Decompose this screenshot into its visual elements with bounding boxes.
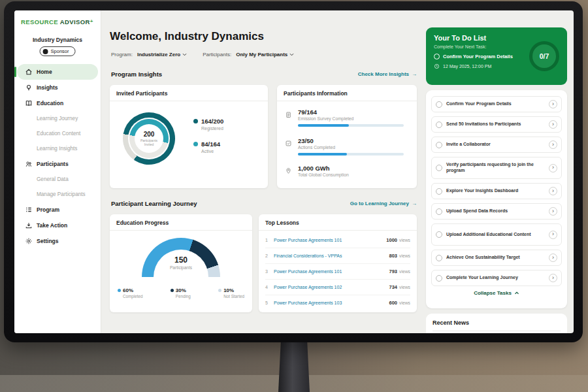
legend-completed: 60% Completed: [118, 287, 142, 299]
registered-dot: [193, 119, 198, 123]
sidebar-item-settings[interactable]: Settings: [17, 233, 98, 249]
sidebar-item-education[interactable]: Education: [17, 95, 98, 111]
donut-center-label: Participants Invited: [137, 139, 161, 147]
chevron-down-icon: [289, 53, 294, 56]
program-label: Program:: [111, 52, 133, 57]
checkbox-circle-icon[interactable]: [436, 188, 442, 195]
sidebar-item-education-content[interactable]: Education Content: [17, 126, 98, 141]
checkbox-circle-icon[interactable]: [436, 165, 442, 171]
participants-label: Participants:: [203, 52, 231, 57]
checkbox-circle-icon[interactable]: [436, 255, 442, 261]
chevron-right-icon[interactable]: ›: [549, 100, 557, 108]
sidebar-item-label: Home: [37, 69, 52, 75]
brand-plus: +: [90, 18, 93, 24]
participants-select[interactable]: Only My Participants: [236, 52, 294, 57]
card-title: Invited Participants: [110, 85, 268, 101]
program-select[interactable]: Industrialize Zero: [137, 52, 187, 57]
go-to-learning-journey-link[interactable]: Go to Learning Journey →: [350, 201, 417, 206]
card-title: Top Lessons: [259, 214, 417, 231]
clipboard-icon: [285, 109, 292, 116]
invited-legend: 164/200 Registered 84/164 Active: [193, 118, 223, 163]
lesson-link[interactable]: Power Purchase Agreements 101: [274, 269, 389, 274]
gauge-center-value: 150: [142, 255, 220, 265]
sidebar-item-label: Program: [37, 206, 59, 213]
chevron-right-icon[interactable]: ›: [549, 231, 557, 239]
sponsor-label: Sponsor: [51, 48, 69, 54]
sponsor-badge: Sponsor: [40, 46, 76, 56]
bulb-icon: [25, 84, 33, 91]
completed-dot: [118, 289, 121, 292]
checkbox-circle-icon[interactable]: [436, 142, 442, 148]
not-started-dot: [218, 289, 221, 292]
task-row[interactable]: Achieve One Sustainability Target ›: [431, 250, 562, 266]
chevron-right-icon[interactable]: ›: [549, 164, 557, 172]
legend-not-started: 10% Not Started: [218, 287, 244, 299]
chevron-right-icon[interactable]: ›: [549, 253, 557, 262]
chevron-right-icon[interactable]: ›: [549, 140, 557, 149]
sidebar-item-learning-insights[interactable]: Learning Insights: [17, 141, 98, 156]
metric-emission-survey: 79/164 Emission Survey Completed: [285, 108, 406, 127]
sidebar-item-take-action[interactable]: Take Action: [17, 218, 98, 233]
monitor-bezel: RESOURCE ADVISOR+ Industry Dynamics Spon…: [4, 1, 583, 342]
task-row[interactable]: Upload Additional Educational Content ›: [431, 223, 562, 246]
sidebar-item-label: General Data: [37, 176, 69, 182]
sidebar-item-label: Education: [37, 100, 63, 106]
lesson-link[interactable]: Power Purchase Agreements 102: [274, 285, 389, 289]
clock-icon: [434, 63, 440, 69]
task-row[interactable]: Verify participants requesting to join t…: [431, 157, 562, 179]
lesson-link[interactable]: Power Purchase Agreements 101: [274, 238, 386, 242]
task-row[interactable]: Upload Spend Data Records ›: [431, 203, 562, 220]
chevron-right-icon[interactable]: ›: [549, 120, 557, 129]
sidebar-item-label: Insights: [37, 84, 58, 91]
checkbox-circle-icon[interactable]: [436, 275, 442, 282]
checkbox-circle-icon[interactable]: [436, 101, 442, 108]
program-insights-title: Program Insights: [111, 71, 162, 78]
lesson-row[interactable]: 4 Power Purchase Agreements 102 734 view…: [265, 280, 410, 295]
sidebar-item-learning-journey[interactable]: Learning Journey: [17, 111, 98, 126]
sidebar-item-general-data[interactable]: General Data: [17, 172, 98, 187]
arrow-right-icon: →: [412, 201, 417, 206]
chevron-right-icon[interactable]: ›: [549, 207, 557, 216]
todo-title: Your To Do List: [434, 34, 559, 42]
legend-active: 84/164 Active: [193, 140, 223, 154]
sidebar-item-program[interactable]: Program: [17, 202, 98, 218]
lesson-row[interactable]: 2 Financial Considerations - VPPAs 803 v…: [265, 248, 410, 264]
lesson-link[interactable]: Financial Considerations - VPPAs: [274, 253, 389, 258]
lesson-row[interactable]: 3 Power Purchase Agreements 101 793 view…: [265, 264, 410, 280]
task-row[interactable]: Invite a Collaborator ›: [431, 137, 562, 153]
checkbox-circle-icon[interactable]: [436, 231, 442, 238]
checkbox-circle-icon[interactable]: [436, 208, 442, 215]
pin-icon: [285, 165, 292, 172]
sidebar-item-label: Take Action: [37, 222, 67, 229]
recent-news-card: Recent News: [426, 314, 567, 333]
active-indicator: [14, 67, 16, 77]
chevron-right-icon[interactable]: ›: [549, 187, 557, 195]
lesson-row[interactable]: 1 Power Purchase Agreements 101 1000 vie…: [265, 233, 410, 248]
chevron-right-icon[interactable]: ›: [549, 274, 557, 282]
check-more-insights-link[interactable]: Check More Insights →: [358, 71, 417, 77]
checkbox-circle-icon[interactable]: [436, 122, 442, 128]
gauge-center-label: Participants: [142, 265, 220, 270]
lesson-link[interactable]: Power Purchase Agreements 103: [274, 301, 389, 305]
progress-bar: [298, 153, 404, 155]
checkbox-circle-icon: [434, 54, 440, 59]
task-row[interactable]: Complete Your Learning Journey ›: [431, 270, 562, 286]
task-row[interactable]: Send 50 Invitations to Participants ›: [431, 116, 562, 133]
lesson-row[interactable]: 5 Power Purchase Agreements 103 600 view…: [265, 295, 410, 310]
list-icon: [25, 206, 33, 214]
sidebar-item-participants[interactable]: Participants: [17, 156, 98, 172]
learning-journey-title: Participant Learning Journey: [111, 200, 197, 207]
page-title: Welcome, Industry Dynamics: [110, 30, 264, 43]
sidebar-item-insights[interactable]: Insights: [17, 80, 98, 95]
task-row[interactable]: Explore Your Insights Dashboard ›: [431, 183, 562, 199]
collapse-tasks-link[interactable]: Collapse Tasks: [431, 290, 562, 296]
metric-global-consumption: 1,000 GWh Total Global Consumption: [285, 165, 406, 177]
task-row[interactable]: Confirm Your Program Details ›: [431, 96, 562, 112]
sidebar-item-home[interactable]: Home: [17, 64, 98, 80]
sponsor-icon: [43, 49, 48, 54]
todo-progress-ring: 0/7: [529, 41, 559, 71]
legend-registered: 164/200 Registered: [193, 118, 223, 131]
brand-logo: RESOURCE ADVISOR+: [21, 18, 93, 25]
sidebar-item-manage-participants[interactable]: Manage Participants: [17, 187, 98, 202]
education-gauge-chart: 150 Participants: [142, 238, 220, 277]
